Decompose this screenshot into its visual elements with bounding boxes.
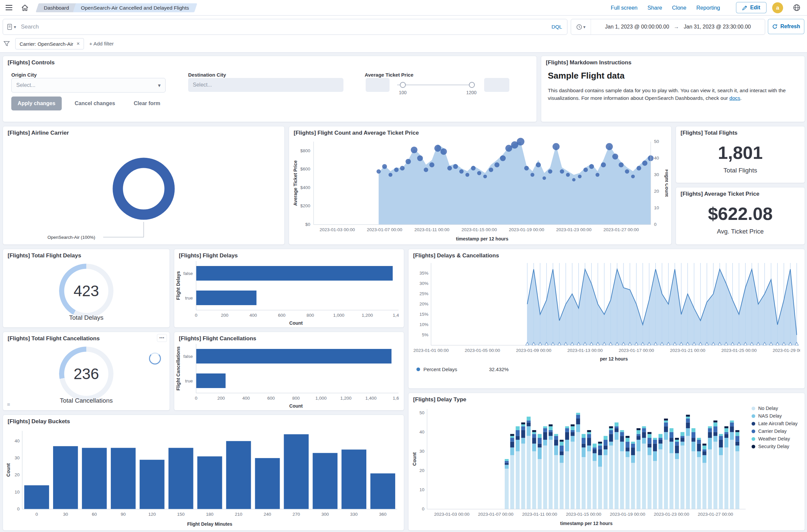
legend-item[interactable]: Security Delay (752, 444, 797, 449)
globe-icon[interactable] (791, 2, 802, 13)
svg-text:30: 30 (654, 172, 659, 177)
apply-changes-button[interactable]: Apply changes (11, 96, 62, 111)
svg-text:Flight Count: Flight Count (664, 170, 668, 197)
panel-total-flight-cancellations: [Flights] Total Flight Cancellations •••… (3, 332, 170, 411)
date-from[interactable]: Jan 1, 2023 @ 00:00:00.00 (605, 24, 669, 30)
clone-link[interactable]: Clone (672, 5, 686, 11)
total-cancellations-gauge[interactable]: 236 (59, 347, 113, 401)
svg-text:$0: $0 (305, 222, 310, 227)
price-max-box[interactable] (484, 78, 509, 92)
legend-label: Security Delay (758, 444, 789, 449)
close-icon[interactable]: × (77, 41, 80, 47)
svg-text:30%: 30% (419, 281, 428, 286)
breadcrumb-dashboard[interactable]: Dashboard (37, 3, 76, 12)
delays-cancellations-area-chart[interactable]: 5%10%15%20%25%30%35%2023-01-01 00:002023… (413, 260, 800, 364)
delay-buckets-bar-chart[interactable]: 0102030400306090120150180210240270300330… (6, 427, 401, 528)
clear-form-button[interactable]: Clear form (132, 96, 162, 111)
panel-controls: [Flights] Controls Origin City Select...… (3, 56, 537, 122)
docs-link[interactable]: docs (729, 95, 740, 101)
panel-total-flight-delays: [Flights] Total Flight Delays 423 Total … (3, 249, 170, 328)
svg-text:2023-01-17 00:00: 2023-01-17 00:00 (619, 348, 654, 353)
home-button[interactable] (19, 2, 31, 13)
home-icon (22, 5, 28, 11)
reporting-link[interactable]: Reporting (696, 5, 720, 11)
svg-text:true: true (185, 296, 193, 301)
svg-text:Flight Cancellations: Flight Cancellations (175, 346, 181, 391)
menu-button[interactable] (3, 2, 15, 13)
airline-carrier-donut-chart[interactable]: OpenSearch-Air (100%) (3, 138, 284, 243)
filter-settings-icon[interactable] (3, 41, 10, 47)
total-cancellations-label: Total Cancellations (3, 397, 170, 404)
legend-label: No Delay (758, 406, 778, 411)
svg-text:10: 10 (654, 205, 659, 210)
panel-menu-button[interactable]: ••• (157, 334, 167, 342)
price-slider-handle-min[interactable] (400, 82, 406, 88)
legend-label[interactable]: Percent Delays (424, 366, 457, 372)
share-link[interactable]: Share (648, 5, 662, 11)
svg-text:Count: Count (6, 463, 11, 477)
hamburger-icon (6, 5, 12, 10)
panel-title: [Flights] Total Flight Delays (7, 252, 81, 259)
svg-text:2023-01-07 00:00: 2023-01-07 00:00 (478, 512, 514, 517)
svg-text:150: 150 (177, 512, 185, 517)
price-slider-handle-max[interactable] (469, 82, 475, 88)
svg-text:10: 10 (419, 487, 425, 492)
legend-item[interactable]: No Delay (752, 406, 797, 411)
flight-cancellations-bar-chart[interactable]: falsetrue02004006008001,0001,2001,4001,6… (175, 343, 402, 409)
legend-item[interactable]: Late Aircraft Delay (752, 421, 797, 426)
clock-icon (576, 24, 582, 30)
full-screen-link[interactable]: Full screen (611, 5, 638, 11)
date-to[interactable]: Jan 31, 2023 @ 23:30:00.00 (684, 24, 751, 30)
svg-text:330: 330 (350, 512, 358, 517)
legend-item[interactable]: Weather Delay (752, 436, 797, 441)
legend-item[interactable]: NAS Delay (752, 413, 797, 419)
date-range[interactable]: Jan 1, 2023 @ 00:00:00.00 → Jan 31, 2023… (591, 24, 765, 30)
svg-text:60: 60 (92, 512, 97, 517)
legend-label: Carrier Delay (758, 429, 786, 434)
panel-delays-cancellations: [Flights] Delays & Cancellations 5%10%15… (408, 249, 805, 389)
svg-text:360: 360 (379, 512, 387, 517)
refresh-button[interactable]: Refresh (768, 19, 804, 34)
saved-query-menu-button[interactable]: ▾ (3, 19, 20, 35)
search-input[interactable] (20, 23, 546, 31)
edit-button[interactable]: Edit (736, 2, 767, 13)
svg-text:1,200: 1,200 (362, 313, 373, 318)
flight-delays-bar-chart[interactable]: falsetrue02004006008001,0001,2001,4Count… (175, 260, 402, 326)
panel-total-flights: [Flights] Total Flights 1,801 Total Flig… (676, 126, 805, 183)
delay-type-stacked-chart[interactable]: 010203040502023-01-03 00:002023-01-07 00… (412, 404, 747, 528)
time-quick-select-button[interactable]: ▾ (571, 19, 591, 35)
svg-text:2023-01-03 00:00: 2023-01-03 00:00 (434, 512, 470, 517)
svg-text:2023-01-19 00:00: 2023-01-19 00:00 (509, 227, 544, 232)
filter-pill-label: Carrier: OpenSearch-Air (20, 41, 73, 47)
svg-text:2023-01-15 00:00: 2023-01-15 00:00 (462, 227, 497, 232)
svg-text:20: 20 (654, 189, 659, 194)
svg-text:1,000: 1,000 (315, 396, 326, 401)
panel-title: [Flights] Flight Delays (179, 252, 238, 259)
flight-count-price-chart[interactable]: $0$200$400$600$800010203040502023-01-03 … (292, 138, 668, 243)
svg-text:OpenSearch-Air (100%): OpenSearch-Air (100%) (48, 235, 95, 240)
svg-text:Count: Count (412, 452, 417, 466)
price-min-box[interactable] (366, 78, 390, 92)
origin-city-select[interactable]: Select... ▾ (11, 78, 166, 93)
svg-text:2023-01-07 00:00: 2023-01-07 00:00 (367, 227, 402, 232)
destination-city-select[interactable]: Select... (188, 78, 343, 92)
svg-text:1,6: 1,6 (393, 396, 399, 401)
add-filter-button[interactable]: + Add filter (89, 41, 114, 47)
svg-text:40: 40 (419, 430, 425, 435)
query-toolbar: ▾ DQL ▾ Jan 1, 2023 @ 00:00:00.00 → Jan … (0, 15, 807, 53)
markdown-heading: Sample Flight data (548, 71, 624, 81)
avatar[interactable]: a (772, 2, 783, 13)
legend-item[interactable]: Carrier Delay (752, 429, 797, 434)
svg-text:2023-01-01 00:00: 2023-01-01 00:00 (413, 348, 449, 353)
price-slider-track[interactable] (397, 84, 475, 85)
date-arrow-icon: → (674, 24, 679, 30)
total-delays-gauge[interactable]: 423 (59, 264, 113, 318)
dql-button[interactable]: DQL (546, 23, 567, 30)
list-icon[interactable]: ≡ (7, 402, 10, 407)
origin-city-placeholder: Select... (16, 82, 36, 88)
svg-text:0: 0 (195, 313, 198, 318)
legend-dot (752, 406, 755, 410)
breadcrumb-current-dashboard[interactable]: OpenSearch-Air Cancelled and Delayed Fli… (74, 3, 196, 12)
cancel-changes-button[interactable]: Cancel changes (73, 96, 117, 111)
filter-pill-carrier[interactable]: Carrier: OpenSearch-Air × (15, 38, 84, 50)
